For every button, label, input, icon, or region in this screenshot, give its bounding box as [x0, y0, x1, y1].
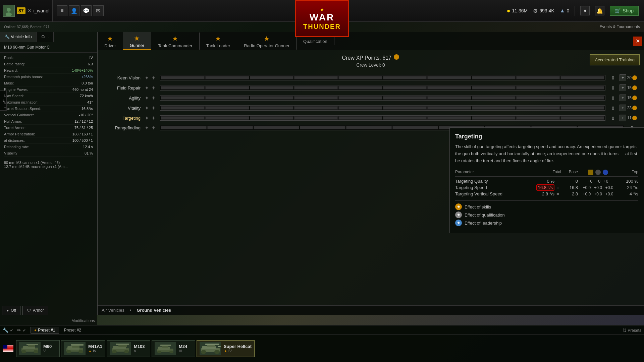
- star-2: ✦: [151, 95, 157, 101]
- cost-icon: [632, 75, 637, 80]
- param-targeting-quality: Targeting Quality 0 % = 0 +0 +0 +0 100 %: [455, 179, 638, 184]
- shop-button[interactable]: 🛒 Shop: [610, 6, 639, 16]
- stat-turret-rotation: Turret Rotation Speed: 16.8°/s: [4, 106, 93, 112]
- war-thunder-logo: ★ WAR THUNDER: [295, 0, 349, 37]
- svg-point-27: [112, 350, 117, 353]
- commander-star: ★: [172, 35, 178, 43]
- skill-agility: Agility ✦ ✦ 0 + 15: [104, 95, 637, 101]
- shop-icon: 🛒: [615, 8, 621, 13]
- vitality-value: 0: [608, 106, 618, 111]
- param-vspeed-mods: +0.0 +0.0 +0.0: [578, 192, 618, 196]
- m24-thumb: [155, 342, 176, 355]
- preset-2-label: Preset #2: [64, 328, 81, 333]
- param-targeting-speed: Targeting Speed 16.8 °/s = 16.8 +0.0 +0.…: [455, 185, 638, 190]
- events-link[interactable]: Events & Tournaments: [599, 24, 640, 29]
- star-2: ✦: [151, 125, 157, 131]
- preset-2-tab[interactable]: Preset #2: [60, 327, 85, 334]
- xp-header: Crew XP Points: 617 Crew Level: 0 Accele…: [98, 50, 644, 72]
- param-quality-equals: =: [554, 179, 561, 184]
- tab-driver[interactable]: ★ Driver: [98, 33, 123, 50]
- air-vehicles-tab[interactable]: Air Vehicles: [102, 308, 124, 313]
- weapon-1: 90 mm M3 cannon x1 (Ammo: 45): [4, 161, 93, 165]
- skill-vitality-stars: ✦ ✦: [145, 105, 157, 111]
- tab-tank-commander[interactable]: ★ Tank Commander: [151, 33, 200, 50]
- steel-amount: 0: [567, 8, 570, 13]
- off-label: Off: [11, 308, 16, 313]
- premium-btn[interactable]: ♦: [580, 6, 590, 15]
- param-header-total: Total: [538, 170, 561, 175]
- stat-hull-armor: Hull Armor: 12 / 12 / 12: [4, 118, 93, 125]
- profile-btn[interactable]: 👤: [69, 5, 79, 16]
- modifications-label: Modifications: [71, 318, 95, 323]
- tab-radio-operator[interactable]: ★ Radio Operator Gunner: [237, 33, 297, 50]
- svg-point-34: [169, 351, 173, 353]
- tab-crew[interactable]: Cr...: [37, 32, 54, 42]
- vehicle-super-hellcat[interactable]: Super Hellcat ▲ IV: [197, 340, 255, 357]
- m41a1-rank: ▲ IV: [88, 349, 102, 353]
- kill-icon: ✕: [28, 8, 32, 13]
- keen-vision-plus[interactable]: +: [620, 74, 626, 81]
- field-repair-bar: [160, 85, 605, 90]
- param-header-top: Top: [618, 170, 638, 175]
- scroll-left-btn[interactable]: ‹: [0, 90, 7, 111]
- logo-thunder: THUNDER: [303, 23, 341, 31]
- accelerated-training-button[interactable]: Accelerated Training: [590, 54, 640, 65]
- targeting-cost: 11: [627, 116, 637, 120]
- vitality-plus[interactable]: +: [620, 105, 626, 111]
- vehicle-m24[interactable]: M24 III: [152, 340, 195, 357]
- svg-rect-10: [3, 345, 7, 349]
- agility-bar: [160, 95, 605, 101]
- off-button[interactable]: ● Off: [2, 306, 20, 315]
- vitality-bar: [160, 105, 605, 111]
- divider: [575, 6, 575, 16]
- menu-btn[interactable]: ≡: [57, 5, 67, 16]
- param-vspeed-total: 2.8 °/s: [531, 191, 554, 196]
- gunner-label: Gunner: [130, 43, 144, 48]
- xp-points-text: Crew XP Points: 617: [342, 54, 399, 61]
- check-icon[interactable]: ✓: [10, 327, 14, 333]
- tab-crew-label: Cr...: [41, 35, 49, 39]
- vehicle-m103[interactable]: M103 V: [107, 340, 150, 357]
- silver-amount: 693.4K: [539, 8, 554, 13]
- vehicle-m60[interactable]: M60 V: [16, 340, 60, 357]
- tools-icon[interactable]: 🔧: [3, 327, 8, 333]
- targeting-value: 0: [608, 116, 618, 121]
- param-speed-equals: =: [554, 185, 561, 190]
- tab-gunner[interactable]: ★ Gunner: [123, 32, 151, 50]
- targeting-speed-highlight: 16.8 °/s: [536, 184, 554, 191]
- vehicle-name: M18 90-mm Gun Motor C: [0, 42, 97, 53]
- notifications-btn[interactable]: 🔔: [595, 6, 604, 15]
- m60-name: M60: [43, 344, 52, 349]
- xp-label: Crew XP Points:: [342, 55, 381, 61]
- svg-rect-20: [71, 344, 84, 346]
- weapon-2: 12.7 mm M2HB machine gun x1 (Am...: [4, 165, 93, 169]
- targeting-plus[interactable]: +: [620, 115, 626, 121]
- preset-1-tab[interactable]: ● Preset #1: [31, 327, 59, 334]
- agility-plus[interactable]: +: [620, 95, 626, 101]
- svg-rect-14: [26, 344, 38, 345]
- qualification-effect-icon: ★: [455, 212, 462, 218]
- param-quality-mods: +0 +0 +0: [578, 179, 618, 184]
- close-button[interactable]: ✕: [633, 37, 642, 46]
- presets-manage[interactable]: ⇅ Presets: [623, 327, 641, 333]
- mail-btn[interactable]: ✉: [93, 5, 104, 16]
- tab-qualification[interactable]: Qualification: [297, 37, 334, 45]
- vehicle-m41a1[interactable]: M41A1 ▲ IV: [61, 340, 105, 357]
- armor-button[interactable]: 🛡 Armor: [22, 306, 48, 315]
- param-quality-name: Targeting Quality: [455, 179, 531, 184]
- tooltip-description: The skill of gun targeting affects targe…: [455, 143, 638, 164]
- tab-tank-loader[interactable]: ★ Tank Loader: [200, 33, 237, 50]
- tab-vehicle-label: 🔧: [5, 35, 11, 39]
- brush-icon[interactable]: ✏: [17, 327, 21, 333]
- field-repair-plus[interactable]: +: [620, 84, 626, 91]
- xp-value: 617: [382, 55, 391, 61]
- silver-icon: ⚙: [533, 8, 538, 14]
- param-quality-top: 100 %: [618, 179, 638, 184]
- param-quality-total: 0 %: [531, 179, 554, 184]
- tooltip-title: Targeting: [455, 133, 638, 140]
- ground-vehicles-tab[interactable]: Ground Vehicles: [137, 308, 171, 313]
- check2-icon[interactable]: ✓: [22, 327, 26, 333]
- tab-vehicle-info[interactable]: 🔧 Vehicle Info: [0, 32, 37, 42]
- chat-btn[interactable]: 💬: [81, 5, 92, 16]
- skill-vitality-label: Vitality: [104, 106, 145, 111]
